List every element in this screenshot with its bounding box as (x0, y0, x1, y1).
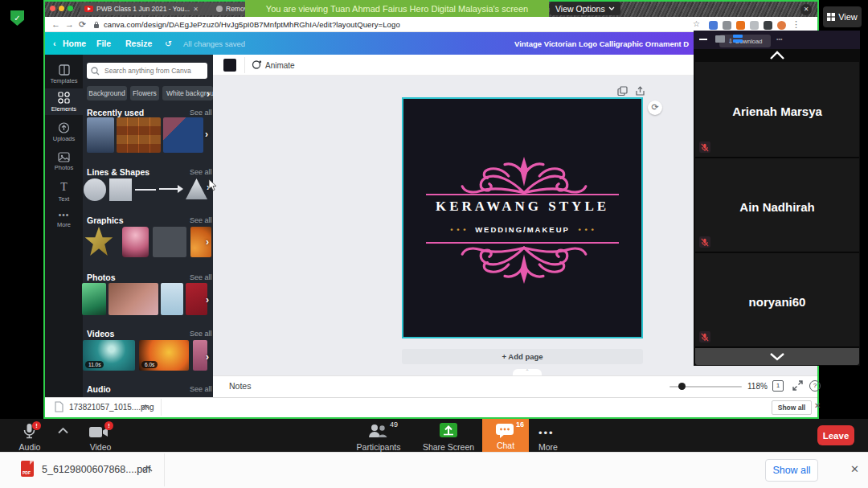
videos-scroll-chevron-icon[interactable]: › (206, 351, 209, 363)
close-downloads-icon[interactable]: ✕ (814, 401, 821, 410)
notes-drawer-handle[interactable]: ⌃ (513, 369, 542, 375)
graphics-scroll-chevron-icon[interactable]: › (206, 236, 209, 248)
chip-white-background[interactable]: White background (162, 86, 213, 100)
photos-scroll-chevron-icon[interactable]: › (206, 294, 209, 306)
participants-button[interactable]: 49 Participants (350, 420, 407, 451)
file-menu[interactable]: File (96, 39, 111, 48)
sidebar-item-elements[interactable]: Elements (45, 88, 83, 115)
panel-scroll-down-bar[interactable] (695, 348, 859, 365)
video-thumb[interactable]: 6.0s (139, 340, 189, 371)
recent-scroll-chevron-icon[interactable]: › (205, 129, 208, 140)
design-title[interactable]: Vintage Victorian Logo Calligraphic Orna… (514, 39, 689, 48)
chip-flowers[interactable]: Flowers (130, 86, 159, 100)
photo-thumb[interactable] (82, 283, 106, 315)
resize-button[interactable]: Resize (125, 39, 152, 48)
see-all-link[interactable]: See all (190, 109, 212, 117)
close-window-icon[interactable] (50, 6, 55, 11)
view-options-button[interactable]: View Options (550, 2, 620, 15)
sidebar-item-more[interactable]: ••• More (45, 206, 83, 232)
help-icon[interactable]: ? (809, 380, 821, 392)
photo-thumb[interactable] (108, 283, 158, 315)
extension-icon[interactable] (709, 21, 718, 30)
extension-icon[interactable] (764, 21, 772, 30)
undo-icon[interactable]: ↺ (165, 39, 172, 48)
see-all-link[interactable]: See all (190, 216, 212, 224)
more-button[interactable]: ••• More (530, 420, 566, 451)
see-all-link[interactable]: See all (190, 168, 212, 176)
see-all-link[interactable]: See all (190, 385, 212, 393)
back-icon[interactable]: ← (51, 19, 60, 29)
graphic-square[interactable] (153, 227, 186, 257)
participant-tile[interactable]: Arienah Marsya (695, 62, 859, 158)
search-input[interactable] (87, 63, 207, 79)
maximize-window-icon[interactable] (68, 6, 73, 11)
browser-menu-icon[interactable]: ⋮ (792, 19, 800, 30)
graphic-figure[interactable] (122, 227, 149, 257)
zoom-view-button[interactable]: View (823, 6, 862, 27)
audio-button[interactable]: ! Audio (11, 421, 48, 450)
chips-scroll-chevron-icon[interactable]: › (207, 88, 210, 100)
see-all-link[interactable]: See all (190, 273, 212, 281)
extension-icon[interactable] (750, 21, 759, 30)
export-page-icon[interactable] (635, 86, 645, 96)
animate-button[interactable]: Animate (265, 61, 295, 70)
browser-tab-youtube[interactable]: PWB Class 1 Jun 2021 - You... ✕ (80, 2, 215, 15)
host-close-downloads-icon[interactable]: ✕ (850, 463, 859, 475)
zoom-level[interactable]: 118% (747, 382, 768, 391)
sidebar-item-uploads[interactable]: Uploads (45, 119, 83, 146)
minimize-panel-icon[interactable] (699, 39, 707, 40)
see-all-link[interactable]: See all (190, 330, 212, 338)
shape-line[interactable] (135, 189, 156, 191)
file-menu-chevron-icon[interactable] (141, 404, 149, 409)
background-color-swatch[interactable] (223, 59, 236, 72)
download-button-ghost[interactable]: ⇩ Download (719, 35, 771, 47)
page-count-button[interactable]: 1 (772, 380, 784, 392)
bookmark-star-icon[interactable]: ☆ (693, 19, 700, 28)
video-button[interactable]: ! Video (82, 421, 119, 450)
close-tab-icon[interactable]: ✕ (193, 6, 199, 13)
host-file-chevron-icon[interactable] (143, 466, 153, 472)
design-canvas[interactable]: KERAWANG STYLE • • • WEDDING/MAKEUP • • … (402, 97, 643, 338)
add-page-button[interactable]: + Add page (402, 349, 643, 364)
gallery-view-icon[interactable] (733, 35, 743, 43)
recent-thumb-city[interactable] (87, 117, 114, 153)
share-screen-button[interactable]: Share Screen (420, 420, 477, 451)
logo-title[interactable]: KERAWANG STYLE (403, 199, 641, 215)
audio-options-chevron-icon[interactable] (58, 428, 68, 434)
shape-square[interactable] (109, 178, 132, 201)
chip-background[interactable]: Background (87, 86, 127, 100)
participant-tile[interactable]: noryani60 (695, 253, 859, 347)
participant-tile[interactable]: Ain Nadhirah (695, 158, 859, 252)
sidebar-item-templates[interactable]: Templates (45, 61, 83, 88)
leave-button[interactable]: Leave (817, 425, 854, 445)
host-file-name[interactable]: 5_6129800607868....pdf (42, 464, 151, 475)
reload-icon[interactable]: ⟳ (79, 19, 86, 30)
header-more-ghost[interactable]: ••• (776, 36, 782, 42)
back-chevron-icon[interactable]: ‹ (53, 39, 56, 48)
fullscreen-icon[interactable] (792, 380, 803, 391)
zoom-slider-handle[interactable] (678, 383, 686, 390)
url-text[interactable]: canva.com/design/DAEgJePzuz0/HvJg5pI0B7M… (104, 20, 400, 29)
extension-icon[interactable] (736, 21, 745, 30)
minimize-window-icon[interactable] (59, 6, 64, 11)
notes-button[interactable]: Notes (229, 381, 251, 391)
security-shield-icon[interactable]: ✓ (10, 10, 24, 26)
profile-avatar[interactable] (777, 21, 786, 30)
show-all-downloads-button[interactable]: Show all (772, 400, 812, 415)
speaker-view-icon[interactable] (715, 35, 725, 43)
forward-icon[interactable]: → (65, 19, 74, 29)
recent-thumb-food[interactable] (117, 117, 161, 153)
panel-scroll-up-chevron-icon[interactable] (769, 51, 785, 60)
shape-arrow[interactable] (158, 184, 184, 194)
home-button[interactable]: Home (63, 39, 86, 48)
duplicate-page-icon[interactable] (617, 86, 628, 96)
recent-thumb-wedding[interactable] (163, 117, 203, 153)
chat-button[interactable]: 16 Chat (482, 419, 529, 452)
host-show-all-button[interactable]: Show all (765, 459, 818, 482)
sidebar-item-photos[interactable]: Photos (45, 148, 83, 174)
logo-subtitle[interactable]: • • • WEDDING/MAKEUP • • • (403, 225, 641, 234)
photo-thumb[interactable] (186, 283, 207, 315)
extension-icon[interactable] (723, 21, 731, 30)
photo-thumb[interactable] (161, 283, 183, 315)
shape-circle[interactable] (84, 178, 106, 201)
